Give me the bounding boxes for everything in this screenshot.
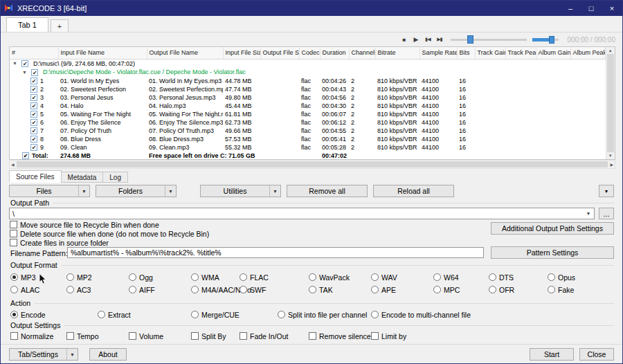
track-checkbox[interactable]: ✔	[30, 127, 37, 134]
track-checkbox[interactable]: ✔	[30, 144, 37, 151]
browse-button[interactable]: ...	[599, 208, 614, 219]
tab-log[interactable]: Log	[102, 172, 128, 183]
column-header-track-gain[interactable]: Track Gain	[475, 47, 505, 59]
close-button[interactable]: ×	[602, 1, 622, 16]
group-checkbox[interactable]: ✔	[21, 60, 28, 67]
previous-track-button[interactable]: ▮◀	[422, 34, 433, 45]
format-ofr[interactable]: OFR	[489, 284, 548, 295]
pathopt-create-files-in-source-folder[interactable]: Create files in source folder	[10, 238, 209, 247]
folders-dropdown-icon[interactable]: ▼	[165, 185, 176, 197]
column-header-bits[interactable]: Bits	[457, 47, 475, 59]
format-ac3[interactable]: AC3	[66, 284, 129, 295]
track-row[interactable]: ✔909. Clean09. Clean.mp355.32 MBflac00:0…	[10, 143, 605, 152]
column-header-album-peak[interactable]: Album Peak	[570, 47, 605, 59]
setting-tempo[interactable]: Tempo	[66, 331, 129, 341]
column-header-output-file-name[interactable]: Output File Name	[147, 47, 223, 59]
format-wma[interactable]: WMA	[191, 272, 240, 282]
format-aiff[interactable]: AIFF	[129, 284, 191, 295]
column-header-duration[interactable]: Duration	[320, 47, 349, 59]
scroll-left-icon[interactable]: ◀	[11, 162, 15, 167]
tab-1[interactable]: Tab 1	[6, 17, 48, 32]
output-path-input[interactable]: \ ▼	[9, 208, 595, 219]
column-header-track-peak[interactable]: Track Peak	[505, 47, 536, 59]
setting-normalize[interactable]: Normalize	[10, 331, 66, 341]
action-encode[interactable]: Encode	[10, 309, 98, 320]
tab-source-files[interactable]: Source Files	[9, 170, 62, 183]
track-checkbox[interactable]: ✔	[30, 78, 37, 84]
tab-settings-button[interactable]: Tab/Settings ▼	[9, 348, 78, 361]
tab-settings-dropdown-icon[interactable]: ▼	[66, 349, 78, 360]
expander-icon[interactable]: ▼	[12, 61, 17, 66]
format-dts[interactable]: DTS	[489, 272, 548, 282]
format-tak[interactable]: TAK	[309, 284, 371, 295]
setting-limit-by[interactable]: Limit by	[371, 331, 433, 341]
format-wavpack[interactable]: WavPack	[309, 272, 371, 282]
setting-split-by[interactable]: Split By	[191, 331, 240, 341]
filename-pattern-input[interactable]: %albumartist% - %album%\%track2%. %title…	[67, 247, 484, 258]
format-mpc[interactable]: MPC	[433, 284, 489, 295]
additional-output-path-settings-button[interactable]: Additional Output Path Settings	[491, 222, 614, 235]
format-alac[interactable]: ALAC	[10, 284, 66, 295]
format-flac[interactable]: FLAC	[240, 272, 309, 282]
column-header-input-file-name[interactable]: Input File Name	[58, 47, 147, 59]
action-split-into-file-per-channel[interactable]: Split into file per channel	[278, 309, 371, 320]
files-dropdown-icon[interactable]: ▼	[78, 185, 89, 197]
horizontal-scroll-thumb[interactable]	[17, 161, 608, 167]
about-button[interactable]: About	[89, 348, 127, 361]
format-m4a-aac-nero[interactable]: M4A/AAC/Nero	[191, 284, 240, 295]
column-header-input-file-size[interactable]: Input File Size	[223, 47, 260, 59]
format-swf[interactable]: SWF	[240, 284, 309, 295]
utilities-button[interactable]: Utilities ▼	[200, 185, 281, 197]
track-row[interactable]: ✔303. Personal Jesus03. Personal Jesus.m…	[10, 93, 605, 102]
pattern-settings-button[interactable]: Pattern Settings	[491, 246, 614, 259]
track-row[interactable]: ✔101. World In My Eyes01. World In My Ey…	[10, 77, 605, 85]
column-header-channels[interactable]: Channels	[349, 47, 375, 59]
setting-volume[interactable]: Volume	[129, 331, 191, 341]
format-wav[interactable]: WAV	[371, 272, 433, 282]
utilities-dropdown-icon[interactable]: ▼	[269, 185, 280, 197]
format-ape[interactable]: APE	[371, 284, 433, 295]
track-row[interactable]: ✔707. Policy Of Truth07. Policy Of Truth…	[10, 127, 605, 135]
track-checkbox[interactable]: ✔	[30, 86, 37, 93]
cue-row[interactable]: ▼ ✔ D:\music\Depeche Mode - Violator.fla…	[10, 68, 605, 77]
tab-metadata[interactable]: Metadata	[61, 172, 104, 183]
track-row[interactable]: ✔606. Enjoy The Silence06. Enjoy The Sil…	[10, 118, 605, 127]
volume-slider-thumb[interactable]	[549, 36, 554, 44]
action-merge-cue[interactable]: Merge/CUE	[191, 309, 278, 320]
column-header-codec[interactable]: Codec	[299, 47, 320, 59]
toolbar-more-button[interactable]: ▼	[599, 185, 614, 197]
track-checkbox[interactable]: ✔	[30, 111, 37, 118]
remove-all-button[interactable]: Remove all	[287, 185, 368, 197]
cue-checkbox[interactable]: ✔	[31, 69, 38, 76]
maximize-button[interactable]: □	[581, 1, 602, 16]
reload-all-button[interactable]: Reload all	[373, 185, 454, 197]
column-header-output-file-size[interactable]: Output File Size	[260, 47, 299, 59]
format-mp2[interactable]: MP2	[66, 272, 129, 282]
column-header-bitrate[interactable]: Bitrate	[375, 47, 419, 59]
close-action-button[interactable]: Close	[579, 348, 614, 361]
total-checkbox[interactable]: ✔	[22, 152, 29, 159]
format-w64[interactable]: W64	[433, 272, 489, 282]
column-header-album-gain[interactable]: Album Gain	[536, 47, 570, 59]
format-opus[interactable]: Opus	[548, 272, 614, 282]
scroll-down-icon[interactable]: ▼	[608, 154, 613, 158]
format-mp3[interactable]: MP3	[10, 272, 66, 282]
pathopt-move-source-file-to-recycle-bin-when-done[interactable]: Move source file to Recycle Bin when don…	[10, 220, 209, 229]
add-tab-button[interactable]: +	[51, 19, 69, 32]
column-header-sample-rate[interactable]: Sample Rate	[419, 47, 457, 59]
scroll-up-icon[interactable]: ▲	[608, 48, 613, 53]
action-extract[interactable]: Extract	[98, 309, 191, 320]
format-fake[interactable]: Fake	[548, 284, 614, 295]
next-track-button[interactable]: ▶▮	[433, 34, 445, 45]
vertical-scrollbar[interactable]: ▲ ▼	[606, 47, 615, 159]
setting-fade-in-out[interactable]: Fade In/Out	[240, 331, 309, 341]
combo-dropdown-icon[interactable]: ▼	[583, 208, 594, 219]
start-button[interactable]: Start	[530, 348, 574, 361]
files-button[interactable]: Files ▼	[9, 185, 90, 197]
setting-remove-silence[interactable]: Remove silence	[309, 331, 371, 341]
scroll-right-icon[interactable]: ▶	[610, 162, 613, 167]
format-ogg[interactable]: Ogg	[129, 272, 191, 282]
action-encode-to-multi-channel-file[interactable]: Encode to multi-channel file	[371, 309, 614, 320]
track-checkbox[interactable]: ✔	[30, 102, 37, 109]
seek-slider[interactable]	[451, 34, 527, 45]
